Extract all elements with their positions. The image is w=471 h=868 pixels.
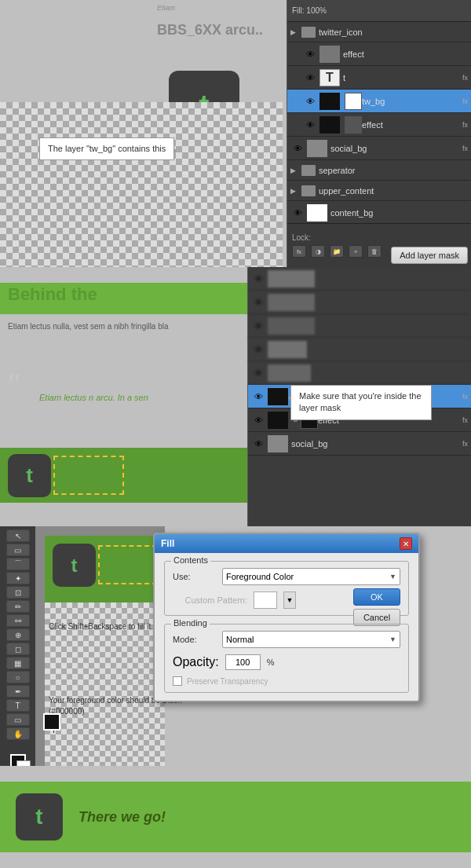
- fill-mode-row: Mode: Normal ▼: [173, 631, 400, 648]
- fill-use-dropdown[interactable]: Foreground Color ▼: [222, 568, 400, 585]
- bird-icon-result: t: [35, 804, 42, 830]
- fill-preserve-row: Preserve Transparency: [173, 676, 400, 686]
- tool-dodge[interactable]: ○: [6, 671, 30, 683]
- result-twitter-bird: t: [16, 793, 63, 841]
- tool-magic-wand[interactable]: ✦: [6, 572, 30, 584]
- fill-opacity-row: Opacity: 100 %: [173, 654, 400, 670]
- layer-thumb: [307, 140, 327, 157]
- tool-select[interactable]: ▭: [6, 544, 30, 556]
- twitter-bird-3: t: [53, 544, 96, 587]
- click-annotation: Click Shift+Backspace to fill it: [49, 621, 151, 632]
- folder-btn[interactable]: 📁: [330, 245, 344, 258]
- layers-bottom-bar: Lock: fx ◑ 📁 + 🗑 Add layer mask: [287, 223, 471, 267]
- fill-mode-dropdown[interactable]: Normal ▼: [222, 631, 400, 648]
- tool-clone[interactable]: ⊕: [6, 628, 30, 641]
- fill-use-row: Use: Foreground Color ▼: [173, 568, 400, 585]
- mask-thumb-white: [345, 93, 362, 110]
- result-text: There we go!: [78, 809, 166, 826]
- layer-name-social-bg: social_bg: [291, 439, 461, 449]
- fill-mode-label: Mode:: [173, 635, 216, 644]
- fg-color-swatch-indicator: [43, 713, 60, 731]
- background-color-swatch[interactable]: [16, 760, 31, 766]
- tool-hand[interactable]: ✋: [6, 727, 30, 740]
- eye-icon[interactable]: [251, 413, 265, 427]
- fill-pattern-arrow[interactable]: ▼: [283, 591, 296, 609]
- eye-icon[interactable]: [290, 206, 305, 220]
- fill-pattern-box: [254, 591, 277, 609]
- adjustment-btn[interactable]: ◑: [311, 245, 325, 258]
- annotation-2: Make sure that you're inside the layer m…: [290, 385, 432, 420]
- layer-thumb-black: [319, 93, 340, 110]
- canvas-area-3: t: [45, 536, 165, 766]
- fill-opacity-input[interactable]: 100: [225, 654, 261, 670]
- blurred-layer-5: [248, 361, 471, 385]
- layer-effect-1[interactable]: effect: [287, 42, 471, 66]
- blurred-layer-1: [248, 267, 471, 291]
- fg-bg-colors: [4, 748, 32, 766]
- annotation-1: The layer "tw_bg" contains this: [39, 137, 174, 160]
- layer-name: effect: [343, 49, 468, 59]
- layer-effect-2[interactable]: effect fx: [287, 113, 471, 137]
- layer-thumb: [268, 412, 288, 429]
- layer-folder-upper-content[interactable]: ▶ upper_content: [287, 181, 471, 201]
- fill-ok-cancel-group: OK Cancel: [353, 588, 400, 626]
- tool-eraser[interactable]: ◻: [6, 643, 30, 655]
- eye-icon[interactable]: [303, 71, 317, 85]
- eye-icon: [251, 295, 265, 309]
- eye-icon[interactable]: [251, 437, 265, 451]
- fx-icon-btn[interactable]: fx: [292, 245, 306, 258]
- preserve-transparency-label: Preserve Transparency: [187, 677, 268, 686]
- layer-social-bg-2[interactable]: social_bg fx: [248, 432, 471, 456]
- chevron-down-icon-2: ▼: [389, 635, 396, 643]
- tool-gradient[interactable]: ▦: [6, 657, 30, 669]
- layer-thumb: [268, 341, 307, 358]
- bird-icon-3: t: [71, 555, 78, 577]
- fill-ok-button[interactable]: OK: [353, 588, 400, 606]
- eye-icon[interactable]: [290, 141, 305, 156]
- canvas-checkerboard-1: [0, 102, 283, 267]
- layer-name: content_bg: [330, 208, 468, 218]
- mask-thumb-2: [345, 116, 362, 134]
- layer-social-bg[interactable]: social_bg fx: [287, 137, 471, 160]
- lock-row: Lock:: [287, 232, 471, 244]
- preserve-transparency-checkbox[interactable]: [173, 676, 182, 686]
- layer-thumb-white: [307, 204, 327, 222]
- layer-t-text[interactable]: T t fx: [287, 66, 471, 90]
- tool-brush[interactable]: ⚯: [6, 614, 30, 627]
- folder-thumb: [301, 27, 316, 38]
- layer-folder-twitter-icon[interactable]: ▶ twitter_icon: [287, 22, 471, 42]
- eye-icon[interactable]: [303, 94, 317, 108]
- tool-eyedropper[interactable]: ✏: [6, 600, 30, 613]
- new-layer-btn[interactable]: +: [349, 245, 363, 258]
- section4-panel: t There we go!: [0, 766, 471, 868]
- fill-opacity-unit: %: [267, 657, 275, 667]
- tool-move[interactable]: ↖: [6, 529, 30, 542]
- fill-opacity-label: Opacity:: [173, 655, 219, 669]
- layer-content-bg[interactable]: content_bg: [287, 201, 471, 225]
- fill-blending-group: Blending Mode: Normal ▼ Opacity: 100 % P…: [164, 624, 409, 693]
- tool-crop[interactable]: ⊡: [6, 586, 30, 599]
- blurred-layer-4: [248, 338, 471, 361]
- fill-dialog-close-button[interactable]: ✕: [400, 537, 412, 550]
- section1-panel: Etiam BBS_6XX arcu.. t The layer "tw_bg"…: [0, 0, 471, 267]
- eye-icon: [251, 272, 265, 286]
- add-layer-mask-button[interactable]: Add layer mask: [391, 247, 468, 264]
- tool-pen[interactable]: ✒: [6, 685, 30, 698]
- layer-tw-bg[interactable]: tw_bg fx: [287, 90, 471, 113]
- folder-name: upper_content: [319, 186, 374, 196]
- folder-thumb: [301, 165, 316, 176]
- tool-lasso[interactable]: ⌒: [6, 558, 30, 570]
- layer-name: effect: [362, 120, 461, 130]
- layer-thumb: [268, 294, 315, 311]
- delete-layer-btn[interactable]: 🗑: [367, 245, 382, 258]
- eye-icon: [251, 319, 265, 333]
- layer-folder-seperator[interactable]: ▶ seperator: [287, 160, 471, 181]
- fill-label: Fill: 100%: [292, 6, 327, 15]
- eye-icon[interactable]: [303, 118, 317, 132]
- eye-icon[interactable]: [251, 390, 265, 404]
- eye-icon[interactable]: [303, 47, 317, 61]
- behind-the-heading: Behind the: [8, 284, 97, 305]
- tool-shape[interactable]: ▭: [6, 713, 30, 726]
- tool-text[interactable]: T: [6, 699, 30, 712]
- layer-name: tw_bg: [362, 97, 461, 106]
